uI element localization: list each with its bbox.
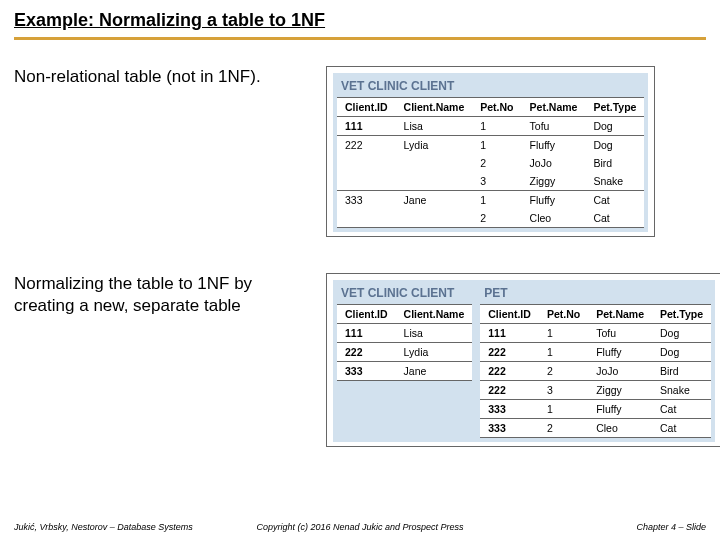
cell: Lisa (396, 324, 473, 343)
cell: Jane (396, 362, 473, 381)
col-header: Client.ID (337, 305, 396, 324)
cell: 333 (480, 419, 539, 438)
col-header: Pet.No (472, 98, 521, 117)
cell: 333 (480, 400, 539, 419)
caption-1nf: Normalizing the table to 1NF by creating… (14, 273, 314, 317)
table-title-original: VET CLINIC CLIENT (337, 77, 644, 97)
col-header: Client.Name (396, 305, 473, 324)
cell: 222 (337, 343, 396, 362)
cell (337, 172, 396, 191)
cell: Jane (396, 191, 473, 210)
table-original: Client.ID Client.Name Pet.No Pet.Name Pe… (337, 97, 644, 228)
cell: Tofu (588, 324, 652, 343)
cell: Bird (652, 362, 711, 381)
row-nonrelational: Non-relational table (not in 1NF). VET C… (14, 66, 706, 237)
table-pet: Client.ID Pet.No Pet.Name Pet.Type 1111T… (480, 304, 711, 438)
cell: 333 (337, 191, 396, 210)
cell: 1 (472, 117, 521, 136)
cell (337, 154, 396, 172)
col-header: Pet.Type (585, 98, 644, 117)
cell: Fluffy (588, 343, 652, 362)
figure-not-1nf: VET CLINIC CLIENT Client.ID Client.Name … (326, 66, 655, 237)
cell: Dog (585, 117, 644, 136)
col-header: Pet.Name (522, 98, 586, 117)
cell: Ziggy (588, 381, 652, 400)
cell: Fluffy (588, 400, 652, 419)
cell: 2 (539, 419, 588, 438)
col-header: Client.ID (337, 98, 396, 117)
col-header: Client.Name (396, 98, 473, 117)
cell: 111 (337, 324, 396, 343)
table-title-pet: PET (480, 284, 711, 304)
cell: Dog (585, 136, 644, 155)
cell: 2 (539, 362, 588, 381)
cell: Cleo (522, 209, 586, 228)
cell: 2 (472, 154, 521, 172)
cell: Dog (652, 343, 711, 362)
cell: Cat (585, 191, 644, 210)
footer-center: Copyright (c) 2016 Nenad Jukic and Prosp… (0, 522, 720, 532)
cell: Cleo (588, 419, 652, 438)
cell: Lisa (396, 117, 473, 136)
cell: 1 (472, 191, 521, 210)
cell: Tofu (522, 117, 586, 136)
cell: 1 (539, 343, 588, 362)
cell: Cat (652, 400, 711, 419)
cell: Fluffy (522, 136, 586, 155)
cell: Fluffy (522, 191, 586, 210)
cell: 1 (472, 136, 521, 155)
cell: Snake (652, 381, 711, 400)
cell: Dog (652, 324, 711, 343)
cell: 222 (480, 343, 539, 362)
cell (396, 209, 473, 228)
table-title-client: VET CLINIC CLIENT (337, 284, 472, 304)
cell: 333 (337, 362, 396, 381)
slide-title: Example: Normalizing a table to 1NF (0, 0, 720, 37)
cell: Ziggy (522, 172, 586, 191)
title-underline (14, 37, 706, 40)
cell (396, 154, 473, 172)
cell: 222 (480, 362, 539, 381)
table-client: Client.ID Client.Name 111Lisa 222Lydia 3… (337, 304, 472, 381)
cell: Cat (585, 209, 644, 228)
cell: Snake (585, 172, 644, 191)
cell (396, 172, 473, 191)
caption-not-1nf: Non-relational table (not in 1NF). (14, 66, 314, 88)
cell: 222 (337, 136, 396, 155)
col-header: Pet.Name (588, 305, 652, 324)
col-header: Client.ID (480, 305, 539, 324)
cell: JoJo (522, 154, 586, 172)
cell: Cat (652, 419, 711, 438)
col-header: Pet.No (539, 305, 588, 324)
cell: 222 (480, 381, 539, 400)
footer: Jukić, Vrbsky, Nestorov – Database Syste… (0, 522, 720, 532)
figure-1nf: VET CLINIC CLIENT Client.ID Client.Name … (326, 273, 720, 447)
cell: 3 (472, 172, 521, 191)
cell (337, 209, 396, 228)
cell: 111 (480, 324, 539, 343)
cell: 1 (539, 324, 588, 343)
cell: Lydia (396, 136, 473, 155)
cell: Bird (585, 154, 644, 172)
col-header: Pet.Type (652, 305, 711, 324)
cell: JoJo (588, 362, 652, 381)
cell: 2 (472, 209, 521, 228)
cell: 3 (539, 381, 588, 400)
cell: 111 (337, 117, 396, 136)
row-normalized: Normalizing the table to 1NF by creating… (14, 273, 706, 447)
cell: 1 (539, 400, 588, 419)
cell: Lydia (396, 343, 473, 362)
